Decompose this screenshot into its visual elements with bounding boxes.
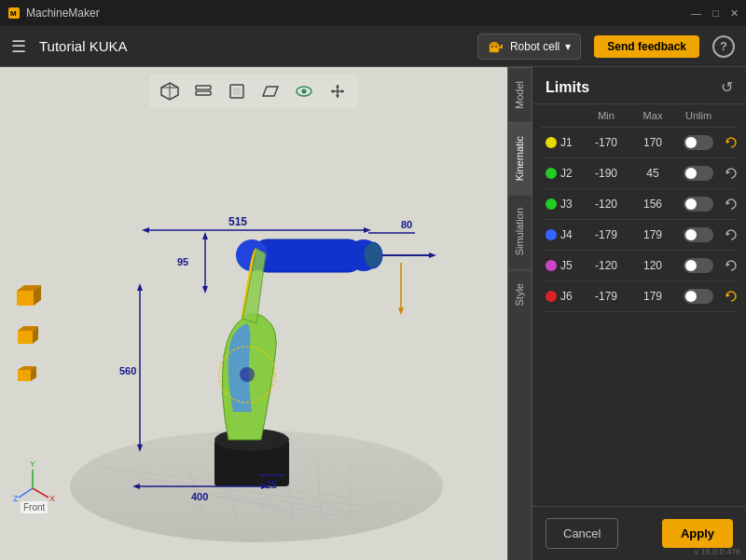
hamburger-menu-icon[interactable]: ☰ [11, 36, 26, 57]
svg-rect-3 [491, 42, 497, 46]
version-label: v 16.0.0.476 [694, 547, 740, 556]
joint-row-j4: J4-179179··· [542, 220, 737, 251]
svg-marker-23 [336, 85, 339, 88]
joint-dot-j1 [546, 137, 557, 148]
joint-unlim-toggle-j5[interactable] [684, 258, 713, 273]
robot-3d-view: 515 80 95 560 400 25 [56, 95, 457, 552]
joint-label-j2: J2 [546, 167, 583, 180]
joint-label-j3: J3 [546, 198, 583, 211]
svg-point-18 [302, 89, 307, 94]
joint-toggle-wrap-j2 [676, 166, 721, 181]
svg-text:25: 25 [266, 479, 277, 490]
cancel-button[interactable]: Cancel [546, 518, 618, 549]
maximize-btn[interactable]: □ [712, 7, 719, 20]
svg-point-4 [491, 46, 493, 48]
joint-unlim-toggle-j4[interactable] [684, 227, 713, 242]
cube-small-yellow[interactable] [9, 321, 41, 352]
joint-unlim-toggle-j6[interactable] [684, 289, 713, 304]
joint-unlim-toggle-j3[interactable] [684, 197, 713, 212]
svg-marker-71 [137, 283, 143, 291]
viewport[interactable]: 515 80 95 560 400 25 [0, 67, 507, 560]
joint-min-j5: -120 [583, 259, 629, 272]
svg-marker-60 [142, 227, 149, 233]
joint-reset-btn-j6[interactable] [721, 286, 741, 307]
robot-cell-button[interactable]: Robot cell ▾ [477, 34, 581, 60]
header-reset [721, 110, 745, 121]
robot-cell-chevron: ▾ [565, 40, 571, 53]
joint-toggle-wrap-j4 [676, 227, 721, 242]
header-unlim: Unlim [676, 110, 721, 121]
svg-marker-86 [726, 140, 730, 143]
svg-text:515: 515 [228, 215, 247, 228]
joint-unlim-toggle-j1[interactable] [684, 135, 713, 150]
joint-toggle-wrap-j1 [676, 135, 721, 150]
panel-header: Limits ↺ [532, 67, 746, 104]
joint-dot-j4 [546, 229, 557, 240]
joint-row-j5: J5-120120··· [542, 251, 737, 281]
joint-id-j4: J4 [560, 228, 573, 241]
header-min: Min [583, 110, 629, 121]
joint-reset-btn-j3[interactable] [721, 194, 741, 214]
svg-rect-13 [198, 89, 209, 92]
joint-dot-j3 [546, 198, 557, 210]
svg-marker-21 [331, 89, 334, 93]
tab-style[interactable]: Style [508, 269, 532, 319]
panel-tabs: Model Kinematic Simulation Style [507, 67, 532, 560]
tab-simulation[interactable]: Simulation [508, 194, 532, 268]
joint-max-j4: 179 [629, 228, 676, 241]
titlebar-controls[interactable]: — □ ✕ [691, 7, 739, 20]
joint-unlim-toggle-j2[interactable] [684, 166, 713, 181]
svg-marker-67 [202, 232, 208, 239]
joint-reset-btn-j1[interactable] [721, 132, 741, 153]
joint-min-j3: -120 [583, 198, 629, 211]
joint-reset-btn-j5[interactable] [721, 255, 741, 276]
robot-cell-icon [488, 38, 504, 55]
tab-kinematic[interactable]: Kinematic [508, 122, 532, 194]
joint-label-j1: J1 [546, 136, 583, 149]
svg-marker-58 [398, 307, 404, 315]
minimize-btn[interactable]: — [691, 7, 701, 20]
joint-reset-btn-j2[interactable] [721, 163, 741, 184]
joint-label-j5: J5 [546, 259, 583, 272]
joint-toggle-wrap-j5 [676, 258, 721, 273]
titlebar-left: M MachineMaker [7, 7, 100, 20]
svg-text:Y: Y [30, 459, 35, 469]
joint-row-j6: J6-179179··· [542, 281, 737, 312]
limits-table-header: Min Max Unlim [542, 104, 737, 128]
close-btn[interactable]: ✕ [730, 7, 739, 20]
svg-marker-61 [364, 227, 371, 233]
svg-rect-7 [501, 45, 503, 47]
cube-yellow[interactable] [9, 281, 41, 313]
svg-point-50 [240, 367, 255, 382]
joint-reset-btn-j4[interactable] [721, 225, 741, 245]
joint-row-j2: J2-19045··· [542, 158, 737, 189]
svg-point-5 [495, 46, 497, 48]
svg-text:400: 400 [191, 491, 208, 502]
tab-model[interactable]: Model [508, 67, 532, 122]
svg-marker-89 [726, 232, 730, 236]
send-feedback-button[interactable]: Send feedback [594, 35, 699, 58]
svg-marker-25 [17, 291, 34, 306]
cube-smaller-yellow[interactable] [9, 360, 41, 391]
main-content: 515 80 95 560 400 25 [0, 67, 746, 560]
help-button[interactable]: ? [712, 35, 735, 58]
axes-indicator: Z X Y [9, 456, 56, 504]
svg-text:Z: Z [13, 494, 19, 502]
joint-row-j3: J3-120156··· [542, 189, 737, 220]
joint-max-j2: 45 [629, 167, 676, 180]
svg-marker-28 [18, 331, 33, 344]
joint-dot-j6 [546, 291, 557, 302]
joint-min-j2: -190 [583, 167, 629, 180]
panel-title: Limits [546, 79, 589, 96]
app-logo-icon: M [7, 7, 21, 20]
joint-max-j6: 179 [629, 290, 676, 303]
svg-marker-91 [726, 294, 730, 297]
svg-marker-22 [341, 89, 344, 93]
app-title: Tutorial KUKA [39, 38, 464, 54]
apply-button[interactable]: Apply [662, 519, 733, 548]
svg-marker-68 [202, 286, 208, 294]
limits-table: Min Max Unlim J1-170170···J2-19045···J3-… [532, 104, 746, 506]
refresh-button[interactable]: ↺ [721, 78, 733, 96]
joint-id-j2: J2 [560, 167, 573, 180]
joint-id-j5: J5 [560, 259, 573, 272]
